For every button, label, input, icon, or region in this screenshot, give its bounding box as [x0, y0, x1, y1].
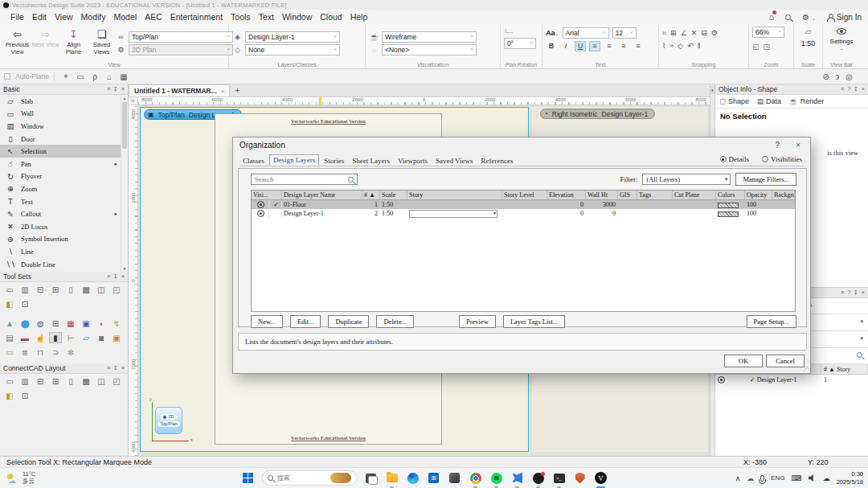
marquee-mode-icon[interactable]: ⌂ — [103, 71, 116, 83]
snapping-icon[interactable]: ‖ — [698, 42, 701, 50]
table-row[interactable]: ✓ 01-Floor 1 1:50 0 3000 100 — [252, 200, 795, 209]
palette-menu-icon[interactable]: ≡ — [841, 86, 844, 92]
object-info-tab[interactable]: ▤ Data — [757, 97, 781, 105]
align-justify-button[interactable]: ≡ — [589, 41, 600, 51]
filter-dropdown[interactable]: (All Layers) — [642, 174, 731, 185]
connectcad-icon[interactable]: ⊞ — [49, 375, 62, 387]
tool-icon[interactable]: ▣ — [80, 318, 92, 329]
view-badge-right-isometric[interactable]: ◔ Right Isometric Design Layer-1 — [540, 109, 655, 119]
preview-button[interactable]: Preview — [459, 315, 496, 328]
font-size-dropdown[interactable]: 12 — [612, 27, 637, 39]
tool-icon[interactable]: ↯ — [110, 318, 123, 329]
mode-option-icon[interactable]: ◎ — [845, 72, 853, 81]
fit-objects-icon[interactable]: ◱ — [752, 43, 760, 51]
tool-icon[interactable]: ▦ — [64, 318, 77, 329]
obsidian-button[interactable] — [448, 471, 461, 485]
tool-item[interactable]: ▯ Door — [0, 133, 121, 146]
visibility-eye-icon[interactable] — [257, 201, 264, 208]
tool-item[interactable]: ▱ Slab — [0, 95, 121, 108]
menu-item[interactable]: Cloud — [316, 12, 346, 22]
connectcad-icon[interactable]: ◫ — [95, 375, 108, 387]
connectcad-icon[interactable]: ▭ — [3, 375, 16, 387]
onedrive-cloud-icon[interactable]: ☁ — [747, 474, 754, 482]
weather-widget[interactable]: ☁ 11°C多云 — [0, 471, 241, 485]
mode-option-icon[interactable]: ⊘ — [822, 72, 829, 81]
palette-help-icon[interactable]: ? — [847, 289, 850, 296]
tool-icon[interactable]: ⊞ — [49, 318, 62, 329]
new-button[interactable]: New... — [251, 315, 283, 328]
tool-icon[interactable]: ⊢ — [64, 332, 77, 343]
scroll-thumb[interactable] — [122, 102, 127, 149]
view-button[interactable]: ⇦Previous View — [3, 29, 31, 55]
classes-icon[interactable]: ◇ — [232, 46, 243, 54]
details-radio[interactable]: Details — [720, 155, 750, 163]
media-app-button[interactable] — [531, 471, 545, 485]
vectorworks-taskbar-button[interactable]: V — [594, 471, 608, 485]
connectcad-icon[interactable]: ▩ — [80, 375, 92, 387]
document-tab[interactable]: Untitled 1 - WATERMAR... × — [129, 84, 230, 96]
new-tab-button[interactable]: + — [230, 84, 244, 96]
align-left-button[interactable]: ≡ — [604, 41, 615, 51]
text-style-icon[interactable]: Aa⌄ — [546, 29, 559, 37]
palette-menu-icon[interactable]: ≡ — [107, 273, 110, 280]
align-right-button[interactable]: ≡ — [633, 41, 644, 51]
menu-item[interactable]: Help — [346, 12, 372, 22]
color-swatch[interactable] — [718, 203, 739, 208]
sign-in-button[interactable]: Sign In — [827, 13, 862, 22]
edit-button[interactable]: Edit... — [290, 315, 321, 328]
task-view-button[interactable] — [364, 471, 378, 485]
snapping-icon[interactable]: ↶ — [687, 42, 694, 50]
tool-icon[interactable]: ◍ — [34, 318, 47, 329]
menu-item[interactable]: AEC — [141, 12, 166, 22]
navigation-layer-row[interactable]: ✓ Design Layer-1 1 — [715, 375, 868, 385]
snapping-icon[interactable]: ◇ — [678, 42, 683, 50]
vscode-button[interactable] — [510, 471, 524, 485]
glasses-icon[interactable]: ∞ — [116, 33, 126, 41]
view-orientation-widget[interactable]: 2D Top/Plan — [155, 407, 182, 434]
connectcad-icon[interactable]: ◰ — [110, 375, 123, 387]
color-swatch[interactable] — [718, 211, 739, 217]
toolset-icon[interactable]: ▥ — [18, 284, 31, 295]
toolset-icon[interactable]: ▭ — [3, 284, 16, 295]
snapping-icon[interactable]: ≈ — [669, 42, 674, 50]
tool-icon[interactable]: ☝ — [34, 332, 47, 343]
chrome-button[interactable] — [469, 471, 482, 485]
align-center-button[interactable]: ≡ — [618, 41, 629, 51]
palette-pin-icon[interactable]: ↧ — [113, 273, 118, 280]
layers-icon[interactable]: ◈ — [232, 33, 243, 41]
notifications-icon[interactable]: ⌂ — [768, 12, 774, 22]
marquee-mode-icon[interactable]: ▦ — [117, 71, 130, 83]
render-mode-icon[interactable]: ☕ — [369, 33, 379, 41]
marquee-mode-icon[interactable]: ρ — [88, 71, 101, 83]
dialog-tab[interactable]: Sheet Layers — [349, 156, 393, 166]
tool-item[interactable]: ☝ Pan — [0, 158, 121, 170]
viewbar-settings-button[interactable]: Settings — [826, 38, 857, 45]
tool-item[interactable]: ✕ 2D Locus — [0, 220, 121, 233]
layer-search-input[interactable] — [255, 175, 348, 183]
duplicate-button[interactable]: Duplicate — [328, 315, 369, 328]
collapse-panel-button[interactable]: ▾ — [710, 86, 714, 94]
dialog-tab[interactable]: Design Layers — [269, 154, 319, 166]
menu-item[interactable]: Edit — [28, 12, 51, 22]
render-mode-dropdown[interactable]: Wireframe — [382, 31, 477, 43]
palette-menu-icon[interactable]: ≡ — [841, 289, 844, 296]
render-style-icon[interactable]: ◌ — [369, 46, 379, 54]
microphone-icon[interactable] — [760, 475, 764, 482]
spotify-button[interactable]: ≋ — [489, 471, 503, 485]
snapping-icon[interactable]: ✕ — [691, 29, 698, 37]
toolset-icon[interactable]: ⊞ — [49, 284, 62, 295]
menu-item[interactable]: Text — [255, 12, 278, 22]
tool-item[interactable]: ⊛ Symbol Insertion — [0, 233, 121, 246]
menu-item[interactable]: View — [51, 12, 77, 22]
italic-button[interactable]: I — [560, 41, 571, 51]
snapping-icon[interactable]: ⚙ — [711, 29, 718, 37]
plan-gear-icon[interactable]: ⚙ — [116, 46, 126, 54]
tool-icon[interactable]: ⬤ — [18, 318, 31, 329]
tool-item[interactable]: ↖ Selection — [0, 145, 121, 158]
cancel-button[interactable]: Cancel — [766, 355, 805, 367]
tool-icon[interactable]: ◗ — [95, 318, 108, 329]
snapping-icon[interactable]: ⊟ — [701, 29, 707, 37]
tool-icon[interactable]: ▱ — [80, 332, 92, 343]
settings-gear[interactable]: ⚙ ⌄ — [802, 13, 816, 22]
plan-rotation-input[interactable]: 0° — [504, 38, 536, 49]
